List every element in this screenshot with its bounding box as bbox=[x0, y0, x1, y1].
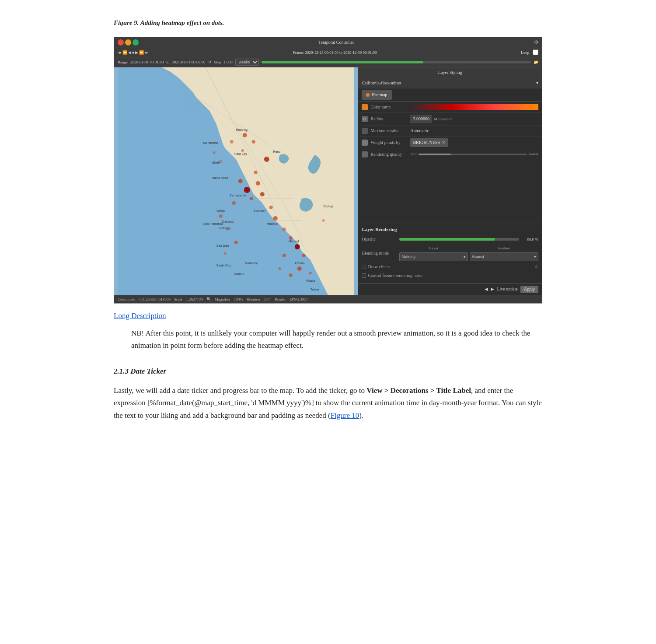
status-bar: Coordinate -13125563.4613069 Scale 1:262… bbox=[114, 295, 542, 303]
svg-point-56 bbox=[224, 252, 227, 255]
brightness-label: BRIGHTNESS bbox=[413, 139, 440, 146]
quality-label: Rendering quality bbox=[370, 151, 408, 158]
step-unit-select[interactable]: weeks days hours bbox=[235, 59, 259, 66]
stop-icon[interactable]: ■ bbox=[132, 49, 134, 56]
svg-point-47 bbox=[283, 228, 286, 231]
step-back-icon[interactable]: ⏪ bbox=[122, 49, 127, 56]
layer-name-bar: California-fires-subset ▾ bbox=[358, 78, 542, 88]
figure-caption: Figure 9. Adding heatmap effect on dots. bbox=[114, 18, 542, 28]
skip-to-end-icon[interactable]: ⏭ bbox=[145, 49, 149, 56]
color-ramp-label: Color ramp bbox=[370, 104, 408, 111]
frame-text: Frame: 2020-12-23 00:01:00 to 2020-12-30… bbox=[151, 49, 518, 56]
svg-text:Modesto: Modesto bbox=[267, 222, 279, 225]
draw-effects-checkbox[interactable] bbox=[362, 265, 366, 269]
timeline-track[interactable] bbox=[262, 61, 531, 63]
svg-point-36 bbox=[252, 140, 255, 144]
svg-text:Mendocino: Mendocino bbox=[203, 141, 218, 144]
color-ramp-row: Color ramp bbox=[358, 102, 542, 113]
long-description-link[interactable]: Long Description bbox=[114, 312, 166, 320]
svg-text:Merced: Merced bbox=[289, 240, 299, 243]
color-ramp-bar bbox=[410, 104, 538, 110]
range-nav-icon[interactable]: ↺ bbox=[208, 59, 212, 65]
layer-name: California-fires-subset bbox=[362, 80, 401, 87]
remove-weight-button[interactable]: ✕ bbox=[442, 139, 445, 146]
layer-blend-col: Layer Multiply ▾ bbox=[399, 245, 468, 261]
heatmap-tab[interactable]: Heatmap bbox=[362, 90, 391, 100]
layer-rendering-section: Layer Rendering Opacity 80.0 % B bbox=[358, 223, 542, 284]
svg-point-53 bbox=[219, 214, 223, 218]
svg-point-63 bbox=[213, 151, 216, 154]
control-rendering-checkbox[interactable] bbox=[362, 273, 366, 278]
range-to-label: to bbox=[166, 59, 169, 65]
playback-controls[interactable]: ⏮ ⏪ ◀ ■ ▶ ⏩ ⏭ bbox=[118, 49, 149, 56]
svg-text:Santa Rosa: Santa Rosa bbox=[212, 176, 228, 179]
svg-text:Vallejo: Vallejo bbox=[216, 209, 226, 213]
layer-blend-value: Multiply bbox=[401, 254, 415, 260]
range-label: Range bbox=[118, 59, 128, 65]
export-icon[interactable]: 📁 bbox=[534, 59, 538, 65]
feature-blend-select[interactable]: Normal ▾ bbox=[470, 252, 538, 261]
heatmap-tab-label: Heatmap bbox=[371, 91, 387, 98]
draw-effects-label: Draw effects bbox=[368, 263, 390, 270]
apply-button[interactable]: Apply bbox=[520, 286, 538, 293]
layer-expand-icon[interactable]: ▾ bbox=[536, 80, 538, 87]
svg-point-60 bbox=[322, 219, 325, 222]
skip-to-start-icon[interactable]: ⏮ bbox=[118, 49, 122, 56]
scale-value: 1:2627734 bbox=[186, 296, 203, 302]
svg-text:Reno: Reno bbox=[273, 150, 281, 153]
play-icon[interactable]: ▶ bbox=[135, 49, 138, 56]
draw-effects-star[interactable]: ☆ bbox=[534, 263, 538, 270]
back-icon[interactable]: ◀ bbox=[485, 286, 488, 293]
map-svg: Mendocino Ukiah Yuba City Reno Redding S… bbox=[114, 67, 358, 295]
panel-footer: ◀ ▶ Live update Apply bbox=[358, 284, 542, 295]
svg-text:Yuba City: Yuba City bbox=[234, 152, 247, 156]
range-from: 2020-01-01 00:01:00 bbox=[130, 59, 164, 65]
heatmap-icon bbox=[366, 93, 370, 97]
radius-icon: ⊙ bbox=[362, 116, 368, 122]
blend-controls: Layer Multiply ▾ Feature Normal bbox=[399, 245, 538, 261]
temporal-controller-bar: Temporal Controller ⚙ bbox=[114, 37, 542, 48]
blending-row: Blending mode Layer Multiply ▾ Feature bbox=[362, 245, 538, 261]
svg-text:Tulare: Tulare bbox=[311, 288, 319, 291]
close-button[interactable] bbox=[118, 39, 124, 46]
color-ramp-value[interactable] bbox=[410, 104, 538, 110]
window-controls[interactable] bbox=[118, 39, 139, 46]
svg-text:Redding: Redding bbox=[236, 128, 248, 132]
long-description-paragraph: Long Description bbox=[114, 310, 542, 322]
opacity-row: Opacity 80.0 % bbox=[362, 236, 538, 243]
svg-point-46 bbox=[273, 216, 278, 220]
figure10-link[interactable]: Figure 10 bbox=[331, 411, 359, 420]
step-forward-icon[interactable]: ⏩ bbox=[139, 49, 144, 56]
loop-checkbox[interactable] bbox=[533, 49, 538, 55]
svg-text:Bishop: Bishop bbox=[324, 205, 333, 208]
svg-point-40 bbox=[244, 187, 250, 193]
svg-text:Oakland: Oakland bbox=[222, 220, 234, 223]
layer-blend-select[interactable]: Multiply ▾ bbox=[399, 252, 468, 261]
svg-point-39 bbox=[238, 179, 243, 183]
layer-blend-arrow: ▾ bbox=[464, 254, 466, 260]
opacity-track[interactable] bbox=[399, 238, 519, 241]
opacity-value: 80.0 % bbox=[521, 236, 538, 242]
svg-point-37 bbox=[264, 157, 269, 162]
minimize-button[interactable] bbox=[125, 39, 131, 46]
layer-rendering-title: Layer Rendering bbox=[362, 226, 538, 234]
magnifier-label: Magnifier bbox=[215, 296, 230, 302]
svg-text:Monterey: Monterey bbox=[245, 262, 258, 265]
panel-spacer bbox=[358, 160, 542, 223]
panel-header: Layer Styling bbox=[358, 67, 542, 78]
map-area[interactable]: Mendocino Ukiah Yuba City Reno Redding S… bbox=[114, 67, 358, 295]
weight-row: Weight points by BRIGHTNESS ✕ bbox=[358, 136, 542, 149]
live-update-label: Live update bbox=[497, 286, 517, 293]
quality-track[interactable] bbox=[419, 154, 527, 155]
svg-point-48 bbox=[289, 236, 293, 240]
svg-point-41 bbox=[256, 181, 260, 186]
max-value: Automatic bbox=[410, 127, 538, 134]
forward-icon[interactable]: ▶ bbox=[491, 286, 494, 293]
maximize-button[interactable] bbox=[133, 39, 139, 46]
opacity-control[interactable]: 80.0 % bbox=[399, 236, 538, 242]
quality-slider-area[interactable]: Best Fastest bbox=[410, 152, 538, 158]
svg-point-64 bbox=[220, 160, 222, 163]
gear-icon[interactable]: ⚙ bbox=[534, 38, 538, 46]
max-value-row: Maximum value Automatic bbox=[358, 126, 542, 136]
play-back-icon[interactable]: ◀ bbox=[128, 49, 131, 56]
